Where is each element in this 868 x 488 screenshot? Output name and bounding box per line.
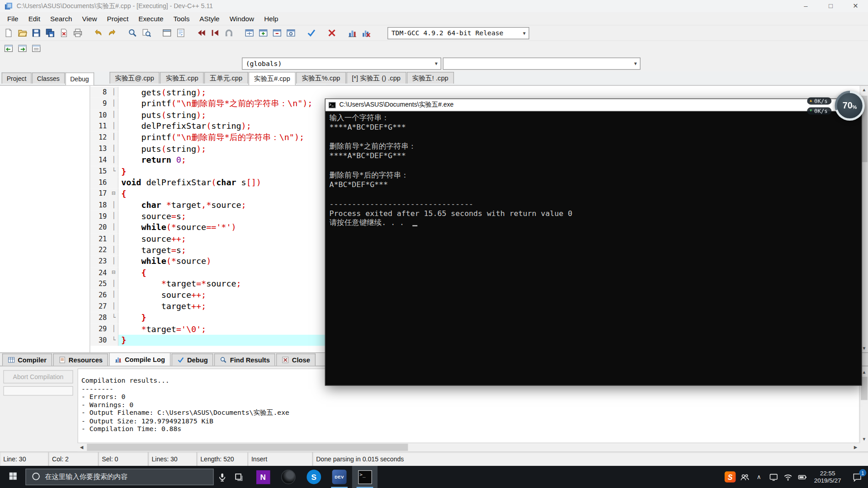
remove-from-project-button[interactable] [270, 26, 284, 39]
menu-item-search[interactable]: Search [45, 13, 77, 24]
taskbar-app-console[interactable]: >_ [352, 466, 377, 488]
menu-item-execute[interactable]: Execute [133, 13, 168, 24]
check-syntax-button[interactable] [304, 26, 318, 39]
editor-tab-1[interactable]: 实验五.cpp [160, 72, 203, 84]
prev-window-button[interactable] [2, 42, 16, 55]
menu-item-project[interactable]: Project [102, 13, 134, 24]
display-icon[interactable] [766, 466, 781, 488]
tab-close[interactable]: Close [277, 353, 316, 366]
open-button[interactable] [15, 26, 29, 39]
members-combo[interactable]: ▼ [443, 57, 641, 70]
editor-tab-4[interactable]: 实验五%.cpp [296, 72, 345, 84]
fullscreen-button[interactable] [160, 26, 174, 39]
menu-item-tools[interactable]: Tools [169, 13, 195, 24]
menu-item-file[interactable]: File [2, 13, 24, 24]
action-center-icon[interactable]: 1 [846, 466, 868, 488]
chevron-up-icon[interactable]: ∧ [752, 466, 766, 488]
task-view-icon[interactable] [230, 466, 247, 488]
abort-compilation-button[interactable]: Abort Compilation [3, 370, 73, 383]
find-button[interactable] [126, 26, 140, 39]
new-file-button[interactable] [2, 26, 16, 39]
start-button[interactable] [0, 466, 25, 488]
compiler-profile-select[interactable]: TDM-GCC 4.9.2 64-bit Release ▼ [387, 27, 529, 39]
print-button[interactable] [71, 26, 85, 39]
window-list-button[interactable] [29, 42, 43, 55]
redo-button[interactable] [105, 26, 119, 39]
undo-button[interactable] [91, 26, 105, 39]
console-window[interactable]: C:\Users\ASUS\Documents\实验五#.exe ✕ 输入一个字… [325, 99, 862, 386]
close-file-button[interactable] [57, 26, 71, 39]
forward-button[interactable] [208, 26, 222, 39]
menu-item-edit[interactable]: Edit [24, 13, 45, 24]
new-project-button[interactable] [242, 26, 256, 39]
editor-tab-3[interactable]: 实验五#.cpp [249, 72, 296, 85]
minimize-button[interactable]: – [793, 0, 818, 12]
back-button[interactable] [194, 26, 208, 39]
taskbar-app-devcpp[interactable]: DEV [326, 466, 352, 488]
people-icon[interactable] [737, 466, 752, 488]
booster-ball[interactable]: 70 % [835, 91, 865, 121]
editor-tab-2[interactable]: 五单元.cpp [204, 72, 248, 84]
maximize-button[interactable]: □ [818, 0, 843, 12]
menu-item-view[interactable]: View [77, 13, 102, 24]
toolbar-group [160, 26, 188, 39]
wifi-icon[interactable] [781, 466, 795, 488]
abort-button[interactable] [222, 26, 236, 39]
close-button[interactable]: ✕ [843, 0, 868, 12]
project-options-button[interactable] [284, 26, 298, 39]
taskbar-app-game-circle[interactable] [276, 466, 301, 488]
delete-profile-button[interactable] [359, 26, 373, 39]
editor-tab-5[interactable]: [*] 实验五 () .cpp [346, 72, 406, 84]
scroll-right-icon[interactable]: ▶ [851, 443, 859, 451]
scroll-left-icon[interactable]: ◀ [77, 443, 85, 451]
tab-label: Compile Log [125, 356, 165, 363]
add-to-project-icon [259, 28, 268, 38]
tab-debug[interactable]: Debug [172, 353, 213, 366]
tab-find-results[interactable]: Find Results [214, 353, 275, 366]
save-all-button[interactable] [43, 26, 57, 39]
console-titlebar[interactable]: C:\Users\ASUS\Documents\实验五#.exe ✕ [326, 99, 861, 111]
stop-execution-button[interactable] [325, 26, 339, 39]
editor-tab-0[interactable]: 实验五@.cpp [109, 72, 160, 84]
tab-resources[interactable]: Resources [53, 353, 108, 366]
mic-icon[interactable] [214, 466, 231, 488]
menu-item-window[interactable]: Window [225, 13, 259, 24]
fold-collapse-icon[interactable]: ⊟ [109, 188, 118, 200]
project-panel[interactable] [0, 86, 90, 352]
battery-icon[interactable] [795, 466, 809, 488]
scroll-down-icon[interactable]: ▼ [860, 435, 868, 443]
save-button[interactable] [29, 26, 43, 39]
replace-button[interactable] [140, 26, 154, 39]
tab-classes[interactable]: Classes [32, 72, 65, 83]
download-arrow-icon: ▼ [810, 108, 812, 113]
fold-collapse-icon[interactable]: ⊟ [109, 267, 118, 278]
add-to-project-button[interactable] [256, 26, 270, 39]
goto-line-button[interactable] [174, 26, 188, 39]
code-line[interactable]: gets(string); [118, 87, 860, 98]
tab-debug[interactable]: Debug [65, 72, 94, 85]
log-hscroll-thumb[interactable] [87, 444, 408, 451]
sogou-ime-icon[interactable]: S [723, 466, 737, 488]
tab-project[interactable]: Project [2, 72, 32, 83]
line-number: 20 [90, 222, 110, 233]
replace-icon [142, 28, 151, 38]
taskbar-clock[interactable]: 22:55 2019/5/27 [809, 470, 846, 484]
status-segment-2: Sel: 0 [99, 452, 148, 466]
menu-item-astyle[interactable]: AStyle [194, 13, 224, 24]
globals-combo[interactable]: (globals) ▼ [242, 57, 441, 70]
booster-overlay[interactable]: ▲ 0K/s ▼ 0K/s 70 % [807, 91, 865, 121]
fold-marker: └ [109, 166, 118, 177]
editor-tab-6[interactable]: 实验五! .cpp [406, 72, 454, 84]
tab-compiler[interactable]: Compiler [2, 353, 52, 366]
profile-button[interactable] [345, 26, 359, 39]
delete-profile-icon [362, 28, 371, 38]
titlebar: C:\Users\ASUS\Documents\实验五#.cpp - [Exec… [0, 0, 868, 12]
tab-compile-log[interactable]: Compile Log [109, 352, 171, 366]
taskbar-app-skype[interactable]: S [301, 466, 326, 488]
menu-item-help[interactable]: Help [259, 13, 283, 24]
devcpp-app-icon [5, 2, 13, 10]
log-hscrollbar[interactable]: ◀ ▶ [77, 443, 859, 451]
taskbar-app-onenote[interactable]: N [250, 466, 275, 488]
taskbar-search-input[interactable]: 在这里输入你要搜索的内容 [25, 469, 213, 485]
next-window-button[interactable] [15, 42, 29, 55]
